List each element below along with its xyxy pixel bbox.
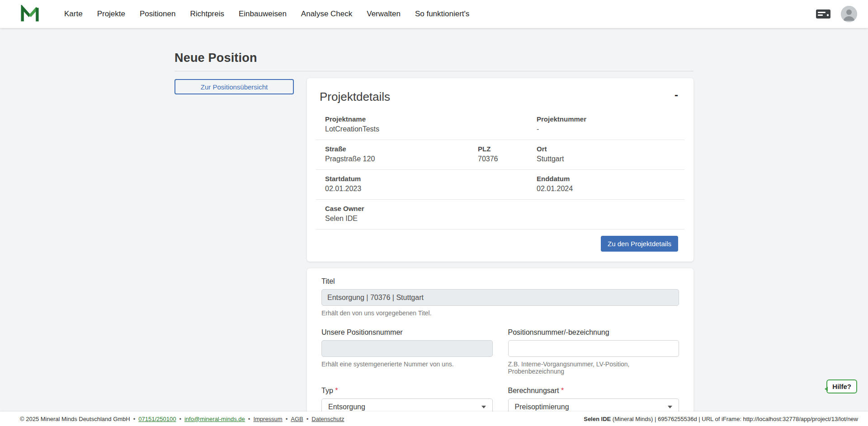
phone-link[interactable]: 07151/250100: [138, 416, 176, 422]
main-nav: Karte Projekte Positionen Richtpreis Ein…: [57, 9, 476, 19]
startdatum-label: Startdatum: [325, 174, 523, 183]
case-owner-label: Case Owner: [325, 204, 680, 213]
table-row: Straße Pragstraße 120 PLZ 70376 Ort Stut…: [316, 140, 684, 170]
project-details-actions: Zu den Projektdetails: [307, 229, 693, 262]
title-divider: [175, 71, 693, 71]
project-details-card: Projektdetails - Projektname LotCreation…: [307, 78, 693, 262]
nav-item-so-funktionierts[interactable]: So funktioniert's: [408, 9, 476, 19]
footer-separator: •: [133, 416, 136, 422]
strasse-value: Pragstraße 120: [325, 154, 464, 164]
ort-value: Stuttgart: [537, 154, 680, 164]
titel-helper: Erhält den von uns vorgegebenen Titel.: [321, 309, 679, 317]
position-form-card: Titel Erhält den von uns vorgegebenen Ti…: [307, 268, 693, 412]
table-row: Projektname LotCreationTests Projektnumm…: [316, 110, 684, 140]
plz-label: PLZ: [478, 145, 523, 153]
form-row-type: Typ * Entsorgung Wählen Sie hier die Art…: [321, 387, 679, 412]
required-marker: *: [561, 387, 564, 394]
footer-separator: •: [307, 416, 309, 422]
nav-item-richtpreis[interactable]: Richtpreis: [183, 9, 231, 19]
startdatum-value: 02.01.2023: [325, 184, 523, 193]
collapse-button[interactable]: -: [673, 90, 680, 100]
project-details-table: Projektname LotCreationTests Projektnumm…: [316, 110, 684, 229]
positionsnummer-input[interactable]: [508, 340, 679, 357]
enddatum-label: Enddatum: [537, 174, 680, 183]
top-navbar: Karte Projekte Positionen Richtpreis Ein…: [0, 0, 868, 28]
positionsnummer-label: Positionsnummer/-bezeichnung: [508, 328, 679, 337]
projektnummer-label: Projektnummer: [537, 115, 680, 123]
enddatum-value: 02.01.2024: [537, 184, 680, 193]
footer-separator: •: [248, 416, 250, 422]
ort-label: Ort: [537, 145, 680, 153]
nav-item-projekte[interactable]: Projekte: [90, 9, 132, 19]
unsere-positionsnummer-helper: Erhält eine systemgenerierte Nummer von …: [321, 360, 493, 368]
agb-link[interactable]: AGB: [291, 416, 303, 422]
project-details-header: Projektdetails -: [307, 78, 693, 108]
nav-item-einbauweisen[interactable]: Einbauweisen: [231, 9, 294, 19]
nav-item-karte[interactable]: Karte: [57, 9, 90, 19]
table-row: Case Owner Selen IDE: [316, 200, 684, 229]
form-row-numbers: Unsere Positionsnummer Erhält eine syste…: [321, 328, 679, 375]
help-button[interactable]: Hilfe?: [826, 379, 857, 393]
projektname-label: Projektname: [325, 115, 523, 123]
table-row: Startdatum 02.01.2023 Enddatum 02.01.202…: [316, 170, 684, 200]
strasse-label: Straße: [325, 145, 464, 153]
left-column: Zur Positionsübersicht: [175, 78, 307, 94]
plz-value: 70376: [478, 154, 523, 164]
typ-label: Typ *: [321, 387, 493, 395]
projektnummer-value: -: [537, 125, 680, 134]
mineral-minds-logo[interactable]: [20, 5, 41, 23]
titel-label: Titel: [321, 277, 679, 286]
go-to-project-details-button[interactable]: Zu den Projektdetails: [601, 236, 678, 252]
nav-actions: [816, 6, 857, 22]
footer-separator: •: [286, 416, 288, 422]
positions-overview-button[interactable]: Zur Positionsübersicht: [175, 79, 294, 94]
session-details: (Mineral Minds) | 69576255536d | URL of …: [611, 416, 858, 422]
email-link[interactable]: info@mineral-minds.de: [184, 416, 245, 422]
projektname-value: LotCreationTests: [325, 125, 523, 134]
footer: © 2025 Mineral Minds Deutschland GmbH • …: [0, 412, 868, 426]
positionsnummer-helper: Z.B. Interne-Vorgangsnummer, LV-Position…: [508, 360, 679, 375]
impressum-link[interactable]: Impressum: [253, 416, 282, 422]
nav-item-verwalten[interactable]: Verwalten: [359, 9, 408, 19]
server-icon[interactable]: [816, 9, 831, 19]
typ-select[interactable]: Entsorgung: [321, 398, 493, 412]
unsere-positionsnummer-input[interactable]: [321, 340, 493, 357]
main-row: Zur Positionsübersicht Projektdetails - …: [175, 78, 693, 412]
session-user: Selen IDE: [584, 416, 611, 422]
logo-icon: [20, 5, 40, 23]
nav-item-analyse-check[interactable]: Analyse Check: [294, 9, 359, 19]
berechnungsart-select-value: Preisoptimierung: [515, 403, 569, 411]
footer-separator: •: [179, 416, 181, 422]
datenschutz-link[interactable]: Datenschutz: [311, 416, 344, 422]
case-owner-value: Selen IDE: [325, 214, 680, 223]
titel-input[interactable]: [321, 289, 679, 306]
footer-left: © 2025 Mineral Minds Deutschland GmbH • …: [20, 416, 344, 422]
project-details-title: Projektdetails: [320, 90, 390, 104]
nav-item-positionen[interactable]: Positionen: [132, 9, 183, 19]
page-title: Neue Position: [175, 51, 693, 65]
chevron-down-icon: [668, 406, 672, 408]
berechnungsart-select[interactable]: Preisoptimierung: [508, 398, 679, 412]
copyright-text: © 2025 Mineral Minds Deutschland GmbH: [20, 416, 130, 422]
berechnungsart-label: Berechnungsart *: [508, 387, 679, 395]
person-icon: [841, 6, 857, 22]
typ-select-value: Entsorgung: [328, 403, 365, 411]
right-column: Projektdetails - Projektname LotCreation…: [307, 78, 693, 412]
user-avatar[interactable]: [841, 6, 857, 22]
main-content: Neue Position Zur Positionsübersicht Pro…: [0, 28, 868, 412]
unsere-positionsnummer-label: Unsere Positionsnummer: [321, 328, 493, 337]
session-info: Selen IDE (Mineral Minds) | 69576255536d…: [584, 416, 858, 422]
chevron-down-icon: [481, 406, 486, 408]
required-marker: *: [335, 387, 338, 394]
